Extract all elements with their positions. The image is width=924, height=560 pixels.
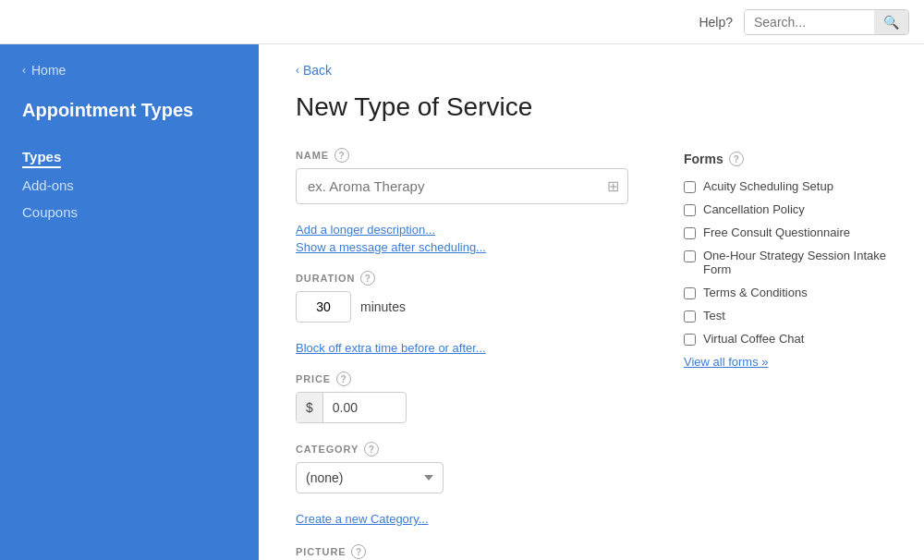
form-item-free-consult-label: Free Consult Questionnaire [703,225,850,239]
name-input-icon: ⊞ [607,177,619,195]
form-checkbox-free-consult[interactable] [684,227,696,239]
price-help-icon[interactable]: ? [336,371,351,386]
category-field-group: CATEGORY ? (none) [296,442,628,493]
name-input[interactable] [296,168,628,204]
sidebar-item-coupons[interactable]: Coupons [22,199,237,225]
home-label: Home [31,63,66,78]
form-checkbox-terms[interactable] [684,287,696,299]
sidebar: ‹ Home Appointment Types Types Add-ons C… [0,44,259,560]
name-input-wrapper: ⊞ [296,168,628,204]
duration-label: DURATION ? [296,271,628,286]
create-category-link[interactable]: Create a new Category... [296,512,628,526]
forms-help-icon[interactable]: ? [729,152,744,166]
search-button[interactable]: 🔍 [874,10,908,34]
show-message-link[interactable]: Show a message after scheduling... [296,240,628,254]
layout: ‹ Home Appointment Types Types Add-ons C… [0,44,924,560]
form-item-acuity[interactable]: Acuity Scheduling Setup [684,179,887,193]
form-item-one-hour-label: One-Hour Strategy Session Intake Form [703,249,887,276]
form-item-test-label: Test [703,309,725,323]
duration-help-icon[interactable]: ? [360,271,375,286]
duration-field-group: DURATION ? 30 minutes [296,271,628,323]
back-label: Back [303,63,332,78]
form-checkbox-test[interactable] [684,310,696,323]
duration-row: 30 minutes [296,291,628,323]
form-item-cancellation[interactable]: Cancellation Policy [684,202,887,216]
category-help-icon[interactable]: ? [364,442,379,457]
duration-input[interactable]: 30 [296,291,351,323]
forms-panel-title: Forms ? [684,152,887,166]
form-item-virtual-label: Virtual Coffee Chat [703,332,804,346]
form-checkbox-cancellation[interactable] [684,204,696,216]
forms-panel: Forms ? Acuity Scheduling Setup Cancella… [684,148,887,559]
sidebar-title: Appointment Types [22,100,237,121]
back-link[interactable]: ‹ Back [296,44,887,92]
form-item-terms[interactable]: Terms & Conditions [684,286,887,299]
main-content: ‹ Back New Type of Service NAME ? ⊞ [259,44,924,560]
form-item-one-hour[interactable]: One-Hour Strategy Session Intake Form [684,249,887,276]
chevron-left-icon: ‹ [22,64,26,77]
price-field-group: PRICE ? $ 0.00 [296,371,628,423]
help-label: Help? [699,15,733,30]
form-checkbox-acuity[interactable] [684,181,696,193]
form-item-acuity-label: Acuity Scheduling Setup [703,179,833,193]
form-item-cancellation-label: Cancellation Policy [703,202,805,216]
form-checkbox-one-hour[interactable] [684,250,696,262]
name-help-icon[interactable]: ? [334,148,349,163]
form-checkbox-virtual[interactable] [684,334,696,346]
form-item-free-consult[interactable]: Free Consult Questionnaire [684,225,887,239]
category-label: CATEGORY ? [296,442,628,457]
name-field-group: NAME ? ⊞ [296,148,628,204]
top-bar: Help? 🔍 [0,0,924,44]
page-title: New Type of Service [296,92,887,122]
form-left: NAME ? ⊞ Add a longer description... Sho… [296,148,628,559]
name-label: NAME ? [296,148,628,163]
duration-unit: minutes [360,299,406,314]
form-item-terms-label: Terms & Conditions [703,286,808,299]
category-select[interactable]: (none) [296,462,444,493]
view-all-forms-link[interactable]: View all forms » [684,355,887,369]
form-item-virtual[interactable]: Virtual Coffee Chat [684,332,887,346]
picture-field-group: PICTURE ? [296,544,628,559]
picture-help-icon[interactable]: ? [351,544,366,559]
add-description-link[interactable]: Add a longer description... [296,223,628,237]
price-symbol: $ [297,393,323,422]
forms-list: Acuity Scheduling Setup Cancellation Pol… [684,179,887,346]
form-layout: NAME ? ⊞ Add a longer description... Sho… [296,148,887,559]
back-chevron-icon: ‹ [296,64,299,77]
block-off-link[interactable]: Block off extra time before or after... [296,341,628,355]
search-bar: 🔍 [744,9,909,35]
price-label: PRICE ? [296,371,628,386]
search-input[interactable] [745,10,874,34]
form-item-test[interactable]: Test [684,309,887,323]
sidebar-item-types[interactable]: Types [22,143,61,168]
price-row: $ 0.00 [296,392,407,423]
price-input[interactable]: 0.00 [323,393,397,422]
home-link[interactable]: ‹ Home [22,63,237,78]
sidebar-item-addons[interactable]: Add-ons [22,172,237,199]
